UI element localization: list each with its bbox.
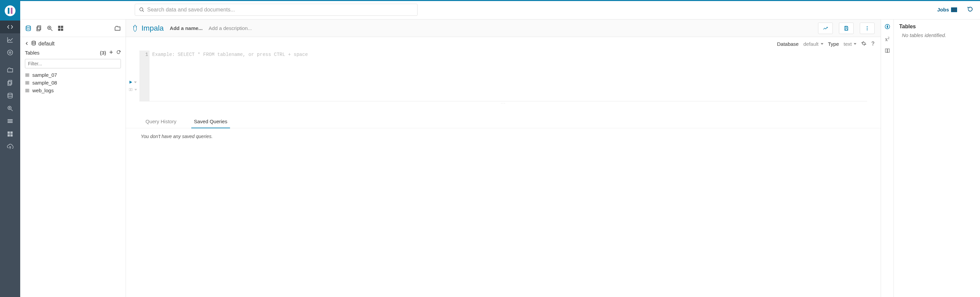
saved-queries-empty: You don't have any saved queries. xyxy=(126,128,881,145)
resize-handle[interactable]: ··· xyxy=(126,102,881,105)
run-gutter xyxy=(126,51,139,101)
jobs-link[interactable]: Jobs xyxy=(937,7,957,13)
nav-editor[interactable] xyxy=(0,21,20,33)
table-item[interactable]: web_logs xyxy=(25,87,121,94)
refresh-tables-icon[interactable] xyxy=(116,50,121,56)
svg-rect-15 xyxy=(8,132,10,134)
code-editor[interactable]: 1 Example: SELECT * FROM tablename, or p… xyxy=(139,51,881,101)
right-strip: x2 xyxy=(881,19,894,297)
tab-saved-queries[interactable]: Saved Queries xyxy=(191,115,230,128)
svg-rect-26 xyxy=(58,25,60,28)
right-tables-title: Tables xyxy=(899,24,975,30)
chart-button[interactable] xyxy=(818,22,833,34)
assist-search-icon[interactable] xyxy=(46,25,53,32)
tables-header: Tables (3) xyxy=(20,48,126,57)
svg-rect-39 xyxy=(845,26,847,27)
global-search-input[interactable] xyxy=(147,7,413,13)
tables-count: (3) xyxy=(100,50,106,56)
svg-point-7 xyxy=(8,93,12,95)
brand-logo[interactable] xyxy=(0,1,20,21)
nav-scheduler[interactable] xyxy=(0,46,20,59)
svg-rect-27 xyxy=(61,25,63,28)
line-gutter: 1 xyxy=(139,51,150,101)
svg-rect-21 xyxy=(37,27,40,31)
tables-filter-input[interactable] xyxy=(25,59,121,68)
lang-ref-icon[interactable] xyxy=(885,48,891,55)
engine-name: Impala xyxy=(142,24,164,33)
breadcrumb-back-icon[interactable] xyxy=(25,41,29,47)
svg-point-3 xyxy=(8,50,13,55)
table-icon xyxy=(25,88,30,93)
svg-rect-18 xyxy=(10,134,13,137)
nav-indexes[interactable] xyxy=(0,102,20,115)
results-tabs: Query History Saved Queries xyxy=(126,115,881,128)
nav-documents[interactable] xyxy=(0,64,20,76)
more-icon xyxy=(864,25,870,31)
explain-button[interactable] xyxy=(128,87,137,92)
table-name: web_logs xyxy=(32,87,54,93)
nav-files[interactable] xyxy=(0,76,20,89)
table-item[interactable]: sample_07 xyxy=(25,71,121,79)
svg-rect-40 xyxy=(845,28,847,30)
add-table-icon[interactable] xyxy=(109,50,113,56)
table-list: sample_07 sample_08 web_logs xyxy=(20,71,126,94)
svg-rect-29 xyxy=(61,28,63,31)
jobs-result-icon xyxy=(951,7,957,12)
assist-documents-icon[interactable] xyxy=(114,25,121,32)
editor-header: Impala Add a name... Add a description..… xyxy=(126,19,881,37)
nav-security[interactable] xyxy=(0,128,20,140)
help-icon[interactable]: ? xyxy=(871,41,875,47)
nav-tables[interactable] xyxy=(0,89,20,102)
svg-rect-14 xyxy=(8,122,13,123)
run-button[interactable] xyxy=(129,80,137,84)
functions-icon[interactable]: x2 xyxy=(885,36,889,43)
database-dropdown[interactable]: default xyxy=(803,41,823,47)
assist-apps-icon[interactable] xyxy=(57,25,64,32)
svg-point-43 xyxy=(867,29,868,30)
type-label: Type xyxy=(828,41,839,47)
svg-line-23 xyxy=(51,29,52,31)
topbar: Jobs xyxy=(20,0,980,19)
svg-rect-12 xyxy=(8,119,13,120)
history-icon[interactable] xyxy=(967,6,973,13)
table-icon xyxy=(25,73,30,78)
nav-jobs[interactable] xyxy=(0,115,20,128)
line-number: 1 xyxy=(139,52,148,57)
tables-label: Tables xyxy=(25,50,40,56)
settings-icon[interactable] xyxy=(861,41,867,47)
query-desc-input[interactable]: Add a description... xyxy=(209,25,252,31)
assist-db-icon[interactable] xyxy=(25,25,32,32)
engine-selector[interactable]: Impala xyxy=(132,24,164,33)
workspace: default Tables (3) xyxy=(20,19,980,297)
more-button[interactable] xyxy=(860,22,875,34)
svg-marker-46 xyxy=(887,25,888,28)
svg-rect-5 xyxy=(9,81,12,84)
database-label: Database xyxy=(777,41,799,47)
database-icon xyxy=(31,40,37,47)
table-item[interactable]: sample_08 xyxy=(25,79,121,87)
assistant-icon[interactable] xyxy=(885,24,891,31)
query-name-input[interactable]: Add a name... xyxy=(170,25,203,31)
caret-down-icon xyxy=(854,43,856,45)
breadcrumb-db-name[interactable]: default xyxy=(38,41,54,47)
assist-files-icon[interactable] xyxy=(36,25,43,32)
type-dropdown[interactable]: text xyxy=(843,41,856,47)
svg-rect-28 xyxy=(58,28,60,31)
save-icon xyxy=(843,25,849,31)
caret-down-icon xyxy=(134,81,137,83)
save-button[interactable] xyxy=(839,22,854,34)
editor-subbar: Database default Type text ? xyxy=(126,37,881,51)
main-area: Jobs xyxy=(20,0,980,297)
svg-rect-13 xyxy=(8,121,13,122)
nav-importer[interactable] xyxy=(0,140,20,153)
svg-rect-6 xyxy=(8,81,11,86)
svg-point-4 xyxy=(10,52,11,54)
tab-query-history[interactable]: Query History xyxy=(143,115,179,128)
svg-marker-44 xyxy=(130,81,132,84)
code-content[interactable]: Example: SELECT * FROM tablename, or pre… xyxy=(150,51,881,101)
svg-rect-17 xyxy=(8,134,10,137)
global-search[interactable] xyxy=(135,4,418,16)
chart-icon xyxy=(823,25,828,31)
filter-wrap xyxy=(20,57,126,71)
nav-dashboard[interactable] xyxy=(0,33,20,46)
